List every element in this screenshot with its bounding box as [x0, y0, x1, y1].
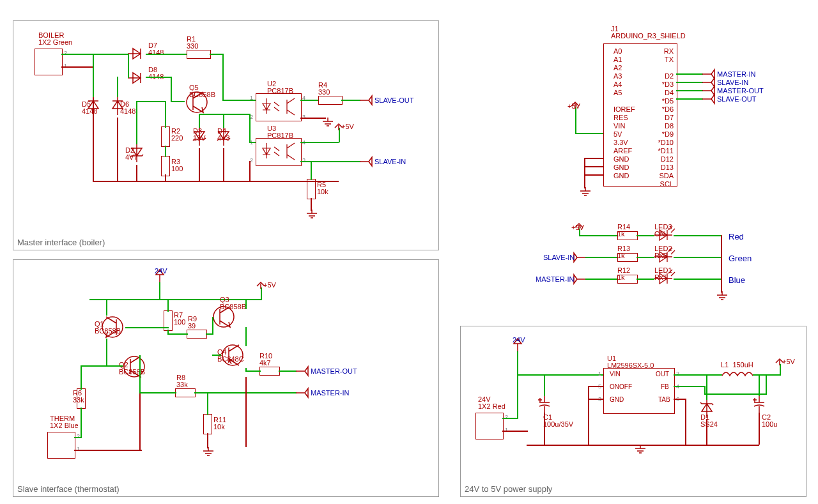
gnd-icon — [305, 210, 318, 218]
gnd-icon — [634, 445, 647, 454]
psu-title: 24V to 5V power supply — [465, 484, 552, 494]
resistor-R4 — [318, 96, 343, 105]
boiler-connector — [35, 49, 63, 75]
resistor-R2 — [161, 126, 170, 147]
slave-title: Slave interface (thermostat) — [17, 484, 120, 494]
resistor-R5 — [307, 179, 316, 199]
gnd-icon — [716, 291, 729, 300]
psu-conn-ref: 24V 1X2 Red — [478, 396, 505, 410]
inductor-L1 — [722, 369, 754, 379]
resistor-R3 — [161, 156, 170, 176]
boiler-ref: BOILER 1X2 Green — [38, 32, 72, 46]
resistor-R9 — [187, 330, 207, 339]
slave-block: Slave interface (thermostat) — [13, 259, 439, 497]
resistor-R11 — [203, 414, 212, 434]
gnd-icon — [579, 187, 592, 196]
psu-connector — [475, 413, 504, 439]
resistor-R1 — [187, 50, 211, 59]
resistor-R10 — [259, 367, 280, 376]
cap-C2 — [752, 395, 767, 414]
therm-ref: THERM 1X2 Blue — [50, 415, 79, 429]
gnd-icon — [240, 446, 253, 455]
therm-connector — [47, 432, 75, 459]
diode-D7 — [128, 45, 147, 63]
resistor-R8 — [175, 388, 196, 397]
schematic-canvas: Master interface (boiler) BOILER 1X2 Gre… — [0, 0, 818, 504]
cap-C1 — [537, 395, 552, 414]
gnd-icon — [202, 447, 215, 456]
master-title: Master interface (boiler) — [17, 238, 105, 247]
diode-D8 — [128, 69, 147, 87]
